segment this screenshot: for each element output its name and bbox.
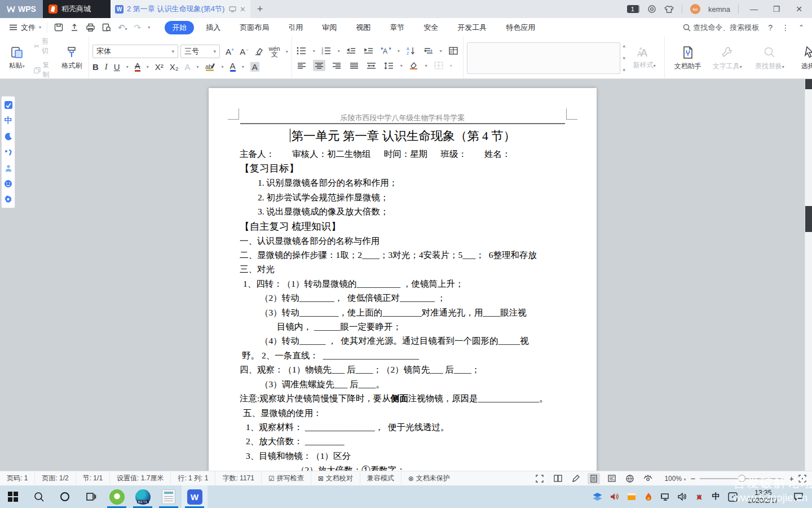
more-menu-icon[interactable]: ⋮: [782, 23, 789, 32]
read-layout-icon[interactable]: [551, 473, 564, 484]
minimize-button[interactable]: —: [747, 5, 761, 14]
avatar[interactable]: ke: [690, 4, 700, 14]
new-style-button[interactable]: AA✳ 新样式▾: [628, 46, 661, 70]
message-count-badge[interactable]: 1: [627, 5, 639, 13]
decrease-font-icon[interactable]: A−: [240, 47, 248, 56]
paragraph-layout-icon[interactable]: [422, 45, 435, 56]
text-tool-button[interactable]: 文字工具▾: [708, 46, 747, 71]
task-view-button[interactable]: [78, 485, 104, 508]
night-mode-moon-icon[interactable]: [3, 132, 13, 141]
scrollbar-thumb[interactable]: [805, 206, 812, 232]
customize-toolbar-icon[interactable]: ▾: [148, 25, 150, 30]
close-button[interactable]: ✕: [792, 5, 806, 14]
username[interactable]: kemna: [708, 5, 730, 14]
undo-icon[interactable]: ↶▾: [118, 23, 127, 33]
find-replace-button[interactable]: 查找替换▾: [750, 46, 789, 71]
print-icon[interactable]: [86, 23, 95, 32]
paste-button[interactable]: 粘贴▾: [3, 46, 30, 71]
decrease-indent-icon[interactable]: [345, 45, 358, 56]
contact-person-icon[interactable]: [3, 163, 13, 173]
taskbar-search-button[interactable]: [26, 485, 52, 508]
zoom-slider[interactable]: [700, 478, 784, 479]
ribbon-tab[interactable]: 视图: [348, 21, 378, 34]
strikethrough-button[interactable]: A: [135, 62, 140, 72]
quote-marks-icon[interactable]: [3, 147, 13, 157]
ribbon-tab[interactable]: 开始: [165, 21, 194, 34]
ribbon-tab[interactable]: 特色应用: [498, 21, 542, 34]
volume-mixer-tray-icon[interactable]: [610, 492, 620, 502]
zoom-slider-knob[interactable]: [738, 475, 745, 482]
close-tab-icon[interactable]: ✕: [240, 5, 246, 14]
sign-in-icon[interactable]: [3, 100, 13, 110]
font-color-button[interactable]: A: [230, 62, 236, 72]
numbered-list-icon[interactable]: 123: [320, 45, 333, 56]
save-icon[interactable]: [54, 23, 63, 32]
eye-protect-icon[interactable]: [642, 473, 654, 484]
spellcheck-toggle[interactable]: ☑ 拼写检查: [261, 471, 311, 485]
font-size-select[interactable]: 三号▾: [180, 45, 220, 58]
char-shading-button[interactable]: A: [250, 62, 259, 72]
wps-taskbar-button[interactable]: W: [182, 485, 208, 508]
start-button[interactable]: [0, 485, 26, 508]
increase-indent-icon[interactable]: [363, 45, 375, 56]
status-item[interactable]: 页码: 1: [0, 471, 34, 485]
ribbon-tab[interactable]: 安全: [416, 21, 445, 34]
web-view-icon[interactable]: [624, 473, 636, 484]
align-right-icon[interactable]: [330, 60, 343, 71]
zoom-in-button[interactable]: +: [789, 474, 794, 483]
zoom-level[interactable]: 100% ▾: [664, 475, 686, 483]
pinyin-guide-icon[interactable]: wén文: [269, 46, 280, 57]
notepad-button[interactable]: [156, 485, 182, 508]
fullscreen-view-icon[interactable]: [533, 473, 546, 484]
ribbon-tab[interactable]: 引用: [281, 21, 310, 34]
wps-home-tab[interactable]: WPS: [0, 0, 43, 18]
status-item[interactable]: 行: 1 列: 1: [170, 471, 215, 485]
browser-beta-button[interactable]: BETA: [130, 485, 156, 508]
text-direction-icon[interactable]: A: [380, 45, 392, 56]
network-tray-icon[interactable]: [660, 492, 670, 502]
italic-button[interactable]: I: [105, 62, 108, 72]
scrollbar-top-button[interactable]: [805, 79, 812, 89]
status-item[interactable]: 字数: 1171: [215, 471, 261, 485]
cut-button[interactable]: ✂ 剪切: [34, 37, 55, 56]
justify-icon[interactable]: [348, 60, 360, 71]
restore-button[interactable]: ❐: [769, 5, 784, 14]
status-item[interactable]: 设置值: 1.7厘米: [109, 471, 170, 485]
zoom-out-button[interactable]: −: [690, 474, 695, 483]
gallery-up-icon[interactable]: ▲: [622, 43, 626, 49]
clear-format-icon[interactable]: [254, 47, 263, 55]
format-painter-button[interactable]: 格式刷: [58, 46, 85, 71]
style-gallery-arrows[interactable]: ▲ ▼ ▼: [620, 42, 628, 74]
superscript-button[interactable]: X²: [155, 62, 164, 72]
help-icon[interactable]: ?: [768, 23, 773, 32]
proofing-toggle[interactable]: ⊠ 文档校对: [311, 471, 360, 485]
feedback-smiley-icon[interactable]: [3, 179, 13, 189]
file-menu[interactable]: 文件 ▾: [0, 23, 47, 33]
compatibility-mode[interactable]: 兼容模式: [360, 471, 401, 485]
document-tab[interactable]: W 2 第一章 认识生命现象(第4节) ✕: [111, 0, 250, 18]
ribbon-tab[interactable]: 章节: [382, 21, 412, 34]
style-gallery[interactable]: [467, 42, 620, 74]
cortana-button[interactable]: [52, 485, 78, 508]
collapse-ribbon-icon[interactable]: ⌃: [798, 24, 804, 32]
text-effects-button[interactable]: A: [185, 62, 191, 72]
document-body[interactable]: 第一单元 第一章 认识生命现象（第 4 节） 主备人： 审核人：初二生物组 时间…: [240, 124, 566, 471]
line-spacing-icon[interactable]: [383, 60, 395, 71]
align-center-icon[interactable]: [313, 60, 325, 71]
highlight-button[interactable]: ab: [205, 62, 215, 71]
settings-gear-icon[interactable]: [3, 195, 13, 204]
command-search[interactable]: 查找命令、搜索模板: [683, 23, 759, 33]
print-preview-icon[interactable]: [102, 23, 111, 32]
font-name-select[interactable]: 宋体▾: [92, 45, 178, 58]
distribute-icon[interactable]: [365, 60, 378, 71]
wps-clock-tray-icon[interactable]: [728, 492, 738, 502]
ribbon-tab[interactable]: 插入: [198, 21, 228, 34]
vertical-scrollbar[interactable]: [805, 79, 812, 471]
status-item[interactable]: 页面: 1/2: [34, 471, 75, 485]
gallery-down-icon[interactable]: ▼: [622, 56, 626, 61]
status-item[interactable]: 节: 1/1: [76, 471, 109, 485]
shading-icon[interactable]: [408, 60, 420, 71]
cloud-drive-tray-icon[interactable]: [593, 492, 603, 502]
monitor-icon[interactable]: [229, 6, 236, 12]
export-icon[interactable]: [70, 23, 79, 32]
